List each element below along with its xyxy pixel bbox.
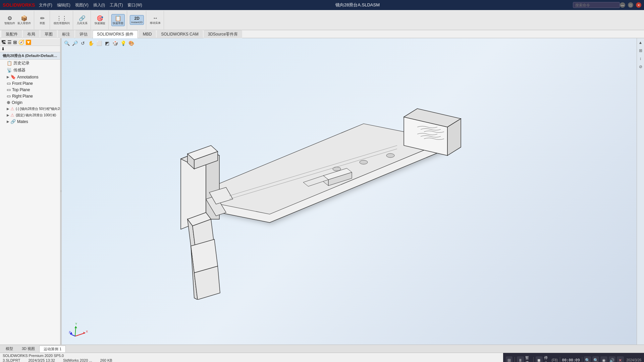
sidebar-item-right-plane[interactable]: ▭ Right Plane	[0, 93, 60, 99]
menu-file[interactable]: 文件(F)	[39, 2, 52, 8]
sidebar-item-component1-label: (-) [镜向28滑台 50行程^镜向28	[16, 107, 60, 111]
sidebar-icon-list[interactable]: ☰	[7, 40, 12, 45]
menu-edit[interactable]: 编辑(E)	[57, 2, 70, 8]
sidebar-item-history-label: 历史记录	[13, 60, 30, 66]
lighting-btn[interactable]: 💡	[119, 40, 127, 47]
bottom-tab-bar: 模型 3D 视图 运动算例 1	[0, 345, 644, 353]
menu-window[interactable]: 窗口(W)	[127, 2, 142, 8]
tab-3dsource[interactable]: 3DSource零件库	[204, 30, 242, 38]
display-mode-btn[interactable]: ◩	[103, 40, 111, 47]
instant2d-label: Instant2D	[131, 21, 143, 24]
tab-sketch[interactable]: 草图	[40, 30, 57, 38]
menu-insert[interactable]: 插入(I)	[93, 2, 105, 8]
media-time: 00:00:09	[562, 358, 580, 362]
appearance-btn[interactable]: 🎨	[127, 40, 135, 47]
media-zoom-out-btn[interactable]: 🔍	[592, 356, 599, 362]
media-close-btn[interactable]: ✕	[617, 356, 624, 362]
tab-evaluate[interactable]: 评估	[75, 30, 92, 38]
component2-warning-icon: ⚠	[10, 113, 14, 118]
sidebar-item-sensors[interactable]: 📡 传感器	[0, 67, 60, 74]
menu-bar: 文件(F) 编辑(E) 视图(V) 插入(I) 工具(T) 窗口(W)	[39, 2, 142, 8]
load-component-icon: 📦	[21, 15, 28, 21]
smart-fasteners-btn[interactable]: ⚙ 智能扣件	[3, 14, 16, 26]
menu-view[interactable]: 视图(V)	[75, 2, 89, 8]
quick-snap-btn[interactable]: 🎯 快速捕捉	[94, 14, 106, 26]
svg-point-22	[386, 154, 394, 158]
app-version-label: SOLIDWORKS Premium 2020 SP5.0	[3, 354, 64, 358]
linear-pattern-btn[interactable]: ⋮⋮ 线性草图阵列	[53, 14, 71, 26]
tab-annotation[interactable]: 标注	[58, 30, 74, 38]
media-separator-1	[515, 357, 515, 362]
right-icon-1[interactable]: ▲	[638, 40, 643, 46]
zoom-btn[interactable]: 🔎	[71, 40, 78, 47]
sketch-label: 草图	[40, 21, 45, 25]
media-stop-key: (F8)	[551, 358, 557, 362]
svg-line-33	[70, 334, 75, 336]
sidebar-icon-compass[interactable]: 🧭	[18, 40, 24, 45]
maximize-button[interactable]: □	[628, 2, 633, 8]
sidebar-item-origin[interactable]: ⊕ Origin	[0, 99, 60, 106]
linear-pattern-label: 线性草图阵列	[54, 21, 70, 25]
sidebar-item-top-plane[interactable]: ▭ Top Plane	[0, 86, 60, 93]
media-speaker-btn[interactable]: 🔊	[609, 356, 615, 362]
view-orientation-btn[interactable]: 🎲	[111, 40, 119, 47]
section-btn[interactable]: ⬜	[95, 40, 103, 47]
right-icon-4[interactable]: ⊘	[638, 64, 643, 70]
load-component-btn[interactable]: 📦 装入零部件	[16, 14, 32, 26]
toolbar-section-8: ↔ 移动实体	[147, 11, 164, 29]
media-separator-4	[582, 357, 582, 362]
origin-icon: ⊕	[7, 100, 10, 105]
pan-btn[interactable]: ✋	[87, 40, 95, 47]
media-grid-btn[interactable]: ⊞	[506, 356, 513, 362]
tab-solidworks-addins[interactable]: SOLIDWORKS 插件	[93, 30, 138, 38]
move-entity-btn[interactable]: ↔ 移动实体	[149, 14, 162, 25]
relations-btn[interactable]: 🔗 几何关系	[76, 14, 89, 26]
media-unknown-btn[interactable]: ◉	[600, 356, 607, 362]
sidebar-item-annotations[interactable]: ▶ 🔖 Annotations	[0, 74, 60, 80]
sidebar-icon-grid[interactable]: ⊞	[13, 40, 17, 45]
minimize-button[interactable]: —	[620, 2, 625, 8]
annotations-icon: 🔖	[10, 74, 16, 79]
view-mode-btn[interactable]: 🔍	[63, 40, 70, 47]
sidebar-item-component2[interactable]: ▶ ⚠ (固定) 镜向28滑台 100行程·	[0, 112, 60, 118]
sidebar-item-mates[interactable]: ▶ 🔗 Mates	[0, 118, 60, 125]
sidebar-toolbar: 🏗 ☰ ⊞ 🧭 🔽	[0, 39, 60, 46]
media-zoom-in-btn[interactable]: 🔍	[584, 356, 591, 362]
search-input[interactable]	[573, 2, 620, 8]
media-pause-btn[interactable]: ⏸	[517, 356, 524, 362]
tab-mbd[interactable]: MBD	[139, 31, 156, 38]
window-controls: — □ ✕	[620, 2, 641, 8]
right-icon-2[interactable]: ⊞	[638, 48, 643, 54]
sidebar-item-history[interactable]: 📋 历史记录	[0, 60, 60, 67]
component2-expand-arrow: ▶	[7, 113, 9, 117]
sidebar-icon-filter[interactable]: 🔽	[25, 40, 31, 45]
top-plane-icon: ▭	[7, 87, 11, 92]
sidebar-item-component1[interactable]: ▶ ⚠ (-) [镜向28滑台 50行程^镜向28	[0, 106, 60, 112]
quick-snap-icon: 🎯	[97, 15, 103, 21]
tab-assembly[interactable]: 装配件	[1, 30, 22, 38]
media-stop-label: 停止	[544, 355, 550, 362]
rotate-btn[interactable]: ↺	[79, 40, 87, 47]
right-icon-3[interactable]: ↕	[639, 56, 642, 62]
tree-root[interactable]: 镜向28滑台A (Default<Default_Dis	[0, 52, 60, 60]
sidebar-icon-assembly[interactable]: 🏗	[1, 40, 6, 45]
bottom-tab-3dview[interactable]: 3D 视图	[17, 345, 39, 352]
instant2d-btn[interactable]: 2D Instant2D	[130, 15, 144, 25]
sidebar-item-front-plane[interactable]: ▭ Front Plane	[0, 80, 60, 86]
annotations-expand-arrow: ▶	[7, 75, 9, 79]
bottom-tab-motion1[interactable]: 运动算例 1	[39, 346, 66, 352]
close-button[interactable]: ✕	[636, 2, 641, 8]
sketch-btn[interactable]: ✏ 草图	[37, 14, 48, 26]
tab-solidworks-cam[interactable]: SOLIDWORKS CAM	[157, 31, 203, 38]
filter-icon: ⬇	[1, 47, 5, 51]
3d-viewport[interactable]: 🔍 🔎 ↺ ✋ ⬜ ◩ 🎲 💡 🎨	[62, 38, 644, 345]
status-row-app: SOLIDWORKS Premium 2020 SP5.0	[3, 354, 500, 358]
status-date: 2024/3/26	[627, 358, 642, 362]
media-controls-panel: ⊞ ⏸ 暂停 ⏹ 停止 (F8) 00:00:09 🔍 🔍 ◉ 🔊 ✕ 2024…	[503, 353, 644, 362]
media-stop-btn[interactable]: ⏹	[536, 356, 542, 362]
menu-tools[interactable]: 工具(T)	[110, 2, 123, 8]
quick-sketch-btn[interactable]: 📋 快速草图	[111, 14, 125, 26]
svg-text:Y: Y	[75, 322, 77, 325]
tab-layout[interactable]: 布局	[23, 30, 40, 38]
bottom-tab-model[interactable]: 模型	[1, 345, 17, 352]
